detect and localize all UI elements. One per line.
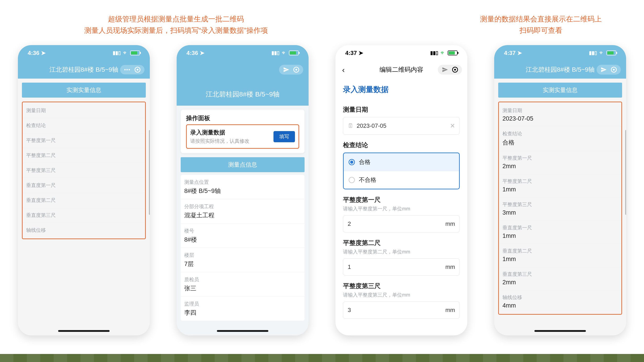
info-tab: 测量点信息 xyxy=(181,157,304,172)
close-circle-icon xyxy=(134,67,140,73)
capsule-menu[interactable] xyxy=(596,65,621,75)
list-item: 垂直度第二尺 xyxy=(22,193,145,208)
list-item: 平整度第一尺2mm xyxy=(499,151,622,174)
date-label: 测量日期 xyxy=(343,105,460,114)
list-item: 楼层7层 xyxy=(181,248,304,272)
date-input[interactable]: 🗓 2023-07-05 ✕ xyxy=(343,117,460,135)
list-item: 垂直度第二尺1mm xyxy=(499,244,622,267)
scrollbar[interactable] xyxy=(149,130,150,215)
list-item: 检查结论 xyxy=(22,118,145,133)
nav-title: 编辑二维码内容 xyxy=(380,65,423,74)
measure-input-3[interactable]: 3 mm xyxy=(343,302,460,319)
list-item: 检查结论合格 xyxy=(499,126,622,151)
status-time: 4:37 ➤ xyxy=(345,50,363,56)
panel-title: 操作面板 xyxy=(186,114,299,122)
list-item: 楼号8#楼 xyxy=(181,223,304,248)
status-right: ▮▮▯ ᯤ xyxy=(589,50,616,56)
list-item: 垂直度第一尺 xyxy=(22,178,145,193)
clear-icon[interactable]: ✕ xyxy=(450,122,455,130)
list-item: 轴线位移 xyxy=(22,223,145,238)
navbar: 江北碧桂园8#楼 B/5~9轴 ••• xyxy=(18,61,150,79)
battery-icon xyxy=(130,50,140,55)
form-title: 录入测量数据 xyxy=(343,79,460,99)
statusbar: 4:36 ➤ ▮▮▯ ᯤ xyxy=(177,45,308,61)
list-item: 平整度第二尺1mm xyxy=(499,174,622,197)
radio-pass[interactable]: 合格 xyxy=(344,153,459,171)
list-item: 垂直度第三尺 xyxy=(22,208,145,223)
navbar: 江北碧桂园8#楼 B/5~9轴 xyxy=(494,61,626,79)
home-indicator[interactable] xyxy=(58,330,110,332)
capsule-menu[interactable] xyxy=(438,65,462,75)
caption-left: 超级管理员根据测量点批量生成一批二维码 测量人员现场实际测量后，扫码填写“录入测… xyxy=(18,13,334,36)
phone-3: 4:37 ➤ ▮▮▯ ᯤ ‹ 编辑二维码内容 录入测量数据 xyxy=(336,45,467,336)
calendar-icon: 🗓 xyxy=(348,122,354,129)
radio-fail[interactable]: 不合格 xyxy=(344,171,459,189)
empty-field-list: 测量日期 检查结论 平整度第一尺 平整度第二尺 平整度第三尺 垂直度第一尺 垂直… xyxy=(22,102,146,239)
list-item: 监理员李四 xyxy=(181,297,304,321)
measure-value: 3 xyxy=(348,307,351,314)
measure-label: 平整度第三尺 xyxy=(343,282,460,290)
scrollbar[interactable] xyxy=(625,130,626,215)
wifi-icon: ᯤ xyxy=(282,50,287,56)
radio-pass-label: 合格 xyxy=(359,158,370,166)
list-item: 平整度第三尺 xyxy=(22,163,145,178)
statusbar: 4:37 ➤ ▮▮▯ ᯤ xyxy=(494,45,626,61)
signal-icon: ▮▮▯ xyxy=(430,50,438,56)
signal-icon: ▮▮▯ xyxy=(589,50,597,56)
close-circle-icon xyxy=(452,67,458,73)
home-indicator[interactable] xyxy=(217,330,268,332)
list-item: 垂直度第三尺2mm xyxy=(499,267,622,290)
list-item: 测量日期 xyxy=(22,103,145,118)
conclusion-radio-group: 合格 不合格 xyxy=(343,153,460,189)
home-indicator[interactable] xyxy=(534,330,586,332)
status-time: 4:37 ➤ xyxy=(504,50,522,56)
phone-1: 4:36 ➤ ▮▮▯ ᯤ 江北碧桂园8#楼 B/5~9轴 ••• 实测实量信息 xyxy=(18,45,150,336)
page-title: 江北碧桂园8#楼 B/5~9轴 xyxy=(50,65,118,74)
measure-label: 平整度第二尺 xyxy=(343,239,460,247)
section-tab: 实测实量信息 xyxy=(498,83,622,98)
status-time: 4:36 ➤ xyxy=(186,50,204,56)
unit-label: mm xyxy=(446,220,455,227)
unit-label: mm xyxy=(446,264,455,270)
wifi-icon: ᯤ xyxy=(599,50,604,56)
date-value: 2023-07-05 xyxy=(357,122,386,129)
navbar xyxy=(177,61,308,79)
wifi-icon: ᯤ xyxy=(440,50,446,56)
send-icon xyxy=(442,67,448,73)
list-item: 垂直度第一尺1mm xyxy=(499,220,622,244)
close-circle-icon xyxy=(294,67,299,73)
battery-icon xyxy=(289,50,299,55)
measure-input-1[interactable]: 2 mm xyxy=(343,215,460,232)
fill-button[interactable]: 填写 xyxy=(274,131,295,142)
capsule-menu[interactable]: ••• xyxy=(120,65,144,74)
status-right: ▮▮▯ ᯤ xyxy=(430,50,458,56)
action-subtitle: 请按照实际情况，认真修改 xyxy=(190,138,249,145)
battery-icon xyxy=(606,50,616,55)
measure-hint: 请输入平整度第一尺，单位mm xyxy=(343,205,460,212)
send-icon xyxy=(600,67,607,73)
list-item: 测量日期2023-07-05 xyxy=(499,103,622,126)
action-title: 录入测量数据 xyxy=(190,129,249,137)
panel-card: 操作面板 录入测量数据 请按照实际情况，认真修改 填写 xyxy=(181,110,304,153)
measure-value: 2 xyxy=(348,220,351,227)
list-item: 测量点位置8#楼 B/5~9轴 xyxy=(181,175,304,199)
capsule-menu[interactable] xyxy=(279,65,303,75)
list-item: 平整度第二尺 xyxy=(22,148,145,163)
page-title: 江北碧桂园8#楼 B/5~9轴 xyxy=(177,79,308,106)
caption-right: 测量的数据结果会直接展示在二维码上 扫码即可查看 xyxy=(456,13,626,36)
section-tab: 实测实量信息 xyxy=(22,83,146,98)
list-item: 轴线位移4mm xyxy=(499,290,622,313)
measure-value: 1 xyxy=(348,264,351,270)
back-button[interactable]: ‹ xyxy=(342,65,344,74)
measure-input-2[interactable]: 1 mm xyxy=(343,258,460,276)
battery-icon xyxy=(448,50,458,55)
more-icon: ••• xyxy=(124,67,130,73)
footer-strip xyxy=(0,354,644,362)
statusbar: 4:37 ➤ ▮▮▯ ᯤ xyxy=(336,45,467,61)
status-right: ▮▮▯ ᯤ xyxy=(272,50,299,56)
status-time: 4:36 ➤ xyxy=(28,50,46,56)
signal-icon: ▮▮▯ xyxy=(113,50,121,56)
action-row: 录入测量数据 请按照实际情况，认真修改 填写 xyxy=(186,124,299,149)
list-item: 质检员张三 xyxy=(181,272,304,297)
info-list: 测量点位置8#楼 B/5~9轴 分部分项工程混凝土工程 楼号8#楼 楼层7层 质… xyxy=(181,175,304,321)
